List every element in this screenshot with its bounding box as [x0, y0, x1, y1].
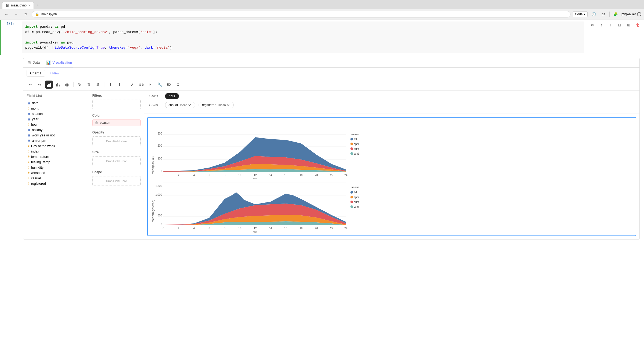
settings-button[interactable]: ⚙ — [174, 81, 182, 89]
field-type-icon: ▣ — [28, 133, 30, 137]
split-button[interactable]: ⊞ — [625, 21, 633, 29]
svg-text:fall: fall — [354, 191, 357, 194]
move-up-button[interactable]: ↑ — [597, 21, 605, 29]
image-button[interactable]: 🖼 — [165, 81, 173, 89]
field-item-registered[interactable]: #registered — [27, 181, 86, 186]
address-bar[interactable]: 🔒 main.ipynb — [32, 11, 570, 17]
field-item-feeling_temp[interactable]: #feeling_temp — [27, 159, 86, 165]
undo-button[interactable]: ↩ — [27, 81, 35, 89]
extension-icon[interactable]: 🧩 — [612, 10, 619, 18]
y-axis-field-registered[interactable]: registered mean — [199, 102, 234, 108]
back-button[interactable]: ← — [3, 10, 10, 18]
svg-text:1,000: 1,000 — [155, 193, 162, 196]
new-tab-button[interactable]: + — [35, 2, 41, 8]
git-label: git — [602, 12, 605, 16]
x-axis-field-pill[interactable]: hour — [165, 93, 179, 99]
move-down-viz-button[interactable]: ⬇ — [116, 81, 124, 89]
chart-type-layer-button[interactable] — [63, 81, 71, 89]
color-field-tag[interactable]: 🗑 season — [92, 119, 141, 126]
move-down-button[interactable]: ↓ — [606, 21, 614, 29]
field-item-temperature[interactable]: #temperature — [27, 154, 86, 159]
redo-button[interactable]: ↪ — [36, 81, 44, 89]
move-up-viz-button[interactable]: ⬆ — [107, 81, 115, 89]
field-type-icon: # — [28, 150, 30, 153]
svg-text:12: 12 — [254, 174, 257, 177]
refresh-button[interactable]: ↻ — [76, 81, 84, 89]
chart-type-bar-button[interactable] — [54, 81, 62, 89]
svg-point-62 — [350, 196, 353, 198]
y-axis-field-casual[interactable]: casual mean — [165, 102, 195, 108]
cell-code[interactable]: import pandas as pd df = pd.read_csv('./… — [20, 20, 586, 55]
svg-point-27 — [350, 138, 353, 140]
svg-text:18: 18 — [299, 174, 303, 177]
active-tab[interactable]: 📓 main.ipynb ✕ — [2, 2, 34, 9]
y-axis-label: Y-Axis — [148, 103, 162, 107]
git-button[interactable]: git — [599, 10, 607, 18]
svg-text:200: 200 — [158, 144, 162, 147]
x-axis-label: X-Axis — [148, 94, 162, 98]
field-item-work-yes-or-not[interactable]: ▣work yes or not — [27, 133, 86, 138]
code-block: import pandas as pd df = pd.read_csv('./… — [22, 21, 584, 53]
field-item-winspeed[interactable]: #winspeed — [27, 170, 86, 176]
field-item-humidity[interactable]: #humidity — [27, 165, 86, 170]
y-casual-agg-select[interactable]: mean — [179, 103, 192, 107]
brush-button[interactable]: ✂ — [147, 81, 155, 89]
size-drop-zone[interactable]: Drop Field Here — [92, 156, 141, 166]
field-item-date[interactable]: ▣date — [27, 100, 86, 106]
sort-desc-button[interactable]: ⇵ — [94, 81, 102, 89]
toolbar-sep-1 — [73, 82, 74, 87]
chart-type-area-button[interactable] — [45, 81, 53, 89]
svg-text:300: 300 — [158, 132, 162, 135]
field-item-hour[interactable]: #hour — [27, 122, 86, 127]
browser-chrome: 📓 main.ipynb ✕ + ← → ↻ 🔒 main.ipynb Code… — [0, 0, 644, 20]
svg-text:0: 0 — [163, 227, 164, 230]
code-selector[interactable]: Code ▾ — [573, 11, 588, 17]
tab-visualization[interactable]: 📊 Visualization — [45, 58, 73, 67]
new-chart-button[interactable]: + New — [47, 70, 61, 76]
tab-close-icon[interactable]: ✕ — [28, 4, 30, 7]
merge-button[interactable]: ⊟ — [616, 21, 624, 29]
y-registered-agg-select[interactable]: mean — [217, 103, 230, 107]
wrench-button[interactable]: 🔧 — [156, 81, 164, 89]
field-type-icon: # — [28, 182, 30, 186]
viz-main: Field List ▣date#month▣season▣year#hour▣… — [23, 90, 639, 239]
filters-drop-zone[interactable] — [92, 100, 141, 109]
field-item-year[interactable]: ▣year — [27, 117, 86, 122]
svg-text:summer: summer — [354, 201, 359, 204]
field-list-title: Field List — [27, 94, 86, 98]
shape-section: Shape Drop Field Here — [92, 170, 141, 186]
svg-text:4: 4 — [193, 227, 195, 230]
field-item-season[interactable]: ▣season — [27, 111, 86, 117]
field-item-Day-of-the-week[interactable]: #Day of the week — [27, 143, 86, 149]
tab-bar: 📓 main.ipynb ✕ + — [0, 0, 644, 9]
svg-text:100: 100 — [158, 157, 162, 160]
chart-svg-container: mean(casual) 300 200 100 0 — [147, 117, 636, 236]
field-item-index[interactable]: #index — [27, 149, 86, 154]
code-label: Code — [575, 12, 583, 16]
field-item-month[interactable]: #month — [27, 106, 86, 111]
chart-tabs: Chart 1 + New — [23, 68, 639, 79]
copy-cell-button[interactable]: ⧉ — [588, 21, 596, 29]
svg-text:winter: winter — [354, 152, 359, 155]
chart-canvas-area: mean(casual) 300 200 100 0 — [144, 114, 639, 239]
field-item-casual[interactable]: #casual — [27, 176, 86, 181]
delete-cell-button[interactable]: 🗑 — [634, 21, 642, 29]
sort-asc-button[interactable]: ⇅ — [85, 81, 93, 89]
shape-drop-zone[interactable]: Drop Field Here — [92, 176, 141, 186]
svg-text:0: 0 — [163, 174, 164, 177]
field-item-holiday[interactable]: ▣holiday — [27, 127, 86, 133]
opacity-drop-zone[interactable]: Drop Field Here — [92, 136, 141, 146]
field-item-am-or-pm[interactable]: ▣am or pm — [27, 138, 86, 143]
tab-data[interactable]: ⊞ Data — [27, 58, 41, 67]
refresh-button[interactable]: ↻ — [22, 10, 30, 18]
chart-tab-1[interactable]: Chart 1 — [27, 70, 45, 77]
filters-title: Filters — [92, 94, 141, 97]
clock-icon[interactable]: 🕐 — [590, 10, 597, 18]
axes-panel: X-Axis hour Y-Axis casual mean registere… — [144, 90, 639, 114]
svg-text:0: 0 — [160, 170, 162, 173]
zoom-button[interactable]: ⤢ — [128, 81, 136, 89]
color-tag-delete-icon[interactable]: 🗑 — [95, 121, 98, 125]
forward-button[interactable]: → — [12, 10, 20, 18]
zoom-in-button[interactable]: ⊕⊖ — [137, 81, 145, 89]
field-type-icon: # — [28, 155, 30, 159]
